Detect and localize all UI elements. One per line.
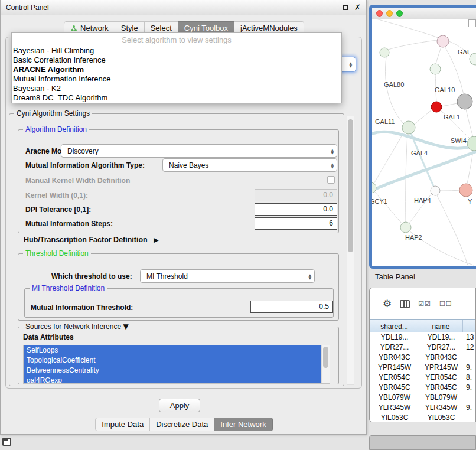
- algorithm-option-mutual-information-inference[interactable]: Mutual Information Inference: [12, 74, 341, 84]
- network-node[interactable]: [431, 102, 442, 112]
- threshold-definition-group: Threshold Definition Which threshold to …: [18, 253, 339, 321]
- network-node[interactable]: [402, 121, 415, 134]
- scrollbar-thumb[interactable]: [323, 347, 328, 368]
- table-cell: YBR043C: [419, 353, 463, 363]
- attribute-item-betweennesscentrality[interactable]: BetweennessCentrality: [24, 366, 321, 376]
- tab-impute-data[interactable]: Impute Data: [95, 418, 150, 431]
- control-panel-titlebar[interactable]: Control Panel ✗: [1, 0, 366, 15]
- select-all-icon[interactable]: ☑☑: [418, 300, 431, 308]
- network-node[interactable]: [437, 35, 449, 47]
- table-cell: YLR345W: [419, 403, 463, 413]
- table-cell: YDL19...: [370, 332, 419, 343]
- table-row[interactable]: YPR145WYPR145W9.: [370, 363, 475, 373]
- manual-kernel-checkbox[interactable]: [327, 176, 335, 184]
- table-cell: YBR043C: [370, 353, 419, 363]
- algorithm-option-dream8-dc-tdc-algorithm[interactable]: Dream8 DC_TDC Algorithm: [12, 93, 341, 103]
- network-titlebar[interactable]: [372, 8, 476, 19]
- window-title: Control Panel: [6, 4, 49, 12]
- network-node-label-gal: GAL: [458, 48, 471, 56]
- network-icon: [70, 25, 77, 32]
- network-node[interactable]: [457, 94, 472, 109]
- show-columns-icon[interactable]: [400, 300, 410, 308]
- apply-button[interactable]: Apply: [159, 399, 200, 412]
- table-row[interactable]: YER054CYER054C8.: [370, 373, 475, 383]
- algorithm-dropdown: Select algorithm to view settings Bayesi…: [11, 32, 342, 103]
- attribute-item-selfloops[interactable]: SelfLoops: [24, 345, 321, 356]
- network-node[interactable]: [459, 184, 472, 197]
- table-panel-window: ⚙ ☑☑ ☐☐ shared... name YDL19...YDL19...1…: [369, 288, 476, 422]
- column-header-shared-name[interactable]: shared...: [370, 320, 419, 332]
- table-cell: 9.: [463, 363, 475, 373]
- tab-infer-network[interactable]: Infer Network: [214, 418, 272, 431]
- algorithm-option-bayesian-hill-climbing[interactable]: Bayesian - Hill Climbing: [12, 46, 341, 56]
- network-edge: [388, 40, 438, 50]
- algorithm-definition-title: Algorithm Definition: [23, 125, 89, 134]
- table-row[interactable]: YLR345WYLR345W9.: [370, 403, 475, 413]
- table-row[interactable]: YDL19...YDL19...13: [370, 332, 475, 343]
- table-row[interactable]: YBL079WYBL079W: [370, 393, 475, 403]
- dropdown-placeholder: Select algorithm to view settings: [12, 34, 341, 46]
- dpi-tolerance-field[interactable]: 0.0: [255, 203, 337, 216]
- network-node-label-hap2: HAP2: [405, 234, 422, 241]
- mi-threshold-group: MI Threshold Definition Mutual Informati…: [24, 288, 334, 318]
- mi-steps-field[interactable]: 6: [255, 217, 337, 230]
- kernel-width-field[interactable]: 0.0: [255, 189, 337, 201]
- close-icon[interactable]: ✗: [354, 5, 361, 11]
- table-cell: YDR27...: [370, 343, 419, 353]
- tab-label: Select: [151, 24, 172, 32]
- algorithm-definition-group: Algorithm Definition Aracne Mode: Discov…: [18, 129, 339, 233]
- network-node[interactable]: [400, 222, 411, 233]
- mi-type-value: Naive Bayes: [169, 161, 331, 169]
- aracne-mode-combo[interactable]: Discovery ▲▼: [61, 144, 337, 158]
- network-node[interactable]: [372, 182, 376, 193]
- scrollbar-thumb[interactable]: [348, 119, 353, 252]
- deselect-all-icon[interactable]: ☐☐: [439, 300, 452, 308]
- table-row[interactable]: YDR27...YDR27...12: [370, 343, 475, 353]
- which-threshold-combo[interactable]: MI Threshold ▲▼: [140, 269, 315, 283]
- collapse-down-icon[interactable]: ▼: [123, 322, 128, 331]
- minimized-window-icon[interactable]: [2, 438, 11, 446]
- mi-type-combo[interactable]: Naive Bayes ▲▼: [162, 158, 337, 172]
- data-attributes-label: Data Attributes: [23, 333, 74, 341]
- sources-title[interactable]: Sources for Network Inference ▼: [23, 322, 131, 331]
- table-cell: YBL079W: [370, 393, 419, 403]
- network-edge: [374, 133, 403, 184]
- birdseye-button[interactable]: [468, 19, 476, 27]
- tab-discretize-data[interactable]: Discretize Data: [150, 418, 214, 431]
- table-row[interactable]: YBR045CYBR045C9.: [370, 383, 475, 393]
- algorithm-option-bayesian-k2[interactable]: Bayesian - K2: [12, 84, 341, 93]
- network-node[interactable]: [431, 186, 440, 195]
- tab-label: Discretize Data: [156, 420, 208, 429]
- column-header-extra[interactable]: [463, 320, 475, 332]
- attribute-item-topologicalcoefficient[interactable]: TopologicalCoefficient: [24, 356, 321, 366]
- expand-right-icon[interactable]: ▶: [154, 236, 158, 244]
- attribute-list[interactable]: SelfLoopsTopologicalCoefficientBetweenne…: [23, 345, 330, 384]
- hub-definition-toggle[interactable]: Hub/Transcription Factor Definition ▶: [24, 236, 159, 244]
- restore-icon[interactable]: [343, 5, 348, 10]
- sources-group: Sources for Network Inference ▼ Data Att…: [18, 327, 339, 384]
- panel-scrollbar[interactable]: [347, 116, 354, 385]
- network-node-label-hap4: HAP4: [414, 197, 431, 204]
- network-node[interactable]: [380, 48, 389, 57]
- table-row[interactable]: YBR043CYBR043C: [370, 353, 475, 363]
- network-canvas[interactable]: GALGAL80GAL10GAL11GAL1SWI4GAL4GCY1HAP4YH…: [372, 19, 476, 266]
- column-header-name[interactable]: name: [419, 320, 463, 332]
- tab-label: Network: [80, 24, 109, 32]
- zoom-button[interactable]: [396, 10, 403, 17]
- control-panel-window: Control Panel ✗ NetworkStyleSelectCyni T…: [0, 0, 367, 435]
- table-row[interactable]: YIL053CYIL053C: [370, 413, 475, 422]
- attribute-item-gal4rgexp[interactable]: gal4RGexp: [24, 376, 321, 384]
- network-edge: [414, 110, 432, 125]
- close-button[interactable]: [376, 10, 383, 17]
- mi-threshold-field[interactable]: 0.5: [250, 301, 333, 313]
- table-header: shared... name: [370, 319, 475, 332]
- minimize-button[interactable]: [386, 10, 393, 17]
- network-node[interactable]: [430, 64, 441, 74]
- table-cell: [463, 353, 475, 363]
- gear-icon[interactable]: ⚙: [383, 299, 392, 309]
- attribute-list-scrollbar[interactable]: [321, 345, 330, 383]
- network-edge: [372, 19, 438, 38]
- algorithm-option-aracne-algorithm[interactable]: ARACNE Algorithm: [12, 65, 341, 74]
- table-cell: YIL053C: [419, 413, 463, 422]
- algorithm-option-basic-correlation-inference[interactable]: Basic Correlation Inference: [12, 56, 341, 65]
